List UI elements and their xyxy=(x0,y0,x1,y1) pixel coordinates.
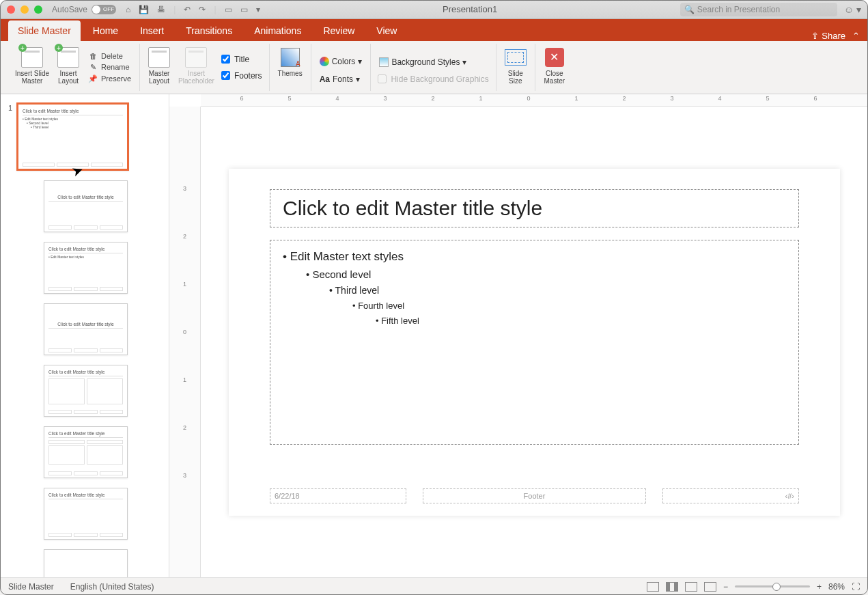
search-placeholder: Search in Presentation xyxy=(697,5,780,14)
window-controls xyxy=(7,5,42,14)
tab-slide-master[interactable]: Slide Master xyxy=(8,20,81,41)
maximize-window-button[interactable] xyxy=(34,5,42,14)
hide-background-checkbox: Hide Background Graphics xyxy=(378,74,488,84)
layout-thumbnail[interactable]: Click to edit Master title style• Edit M… xyxy=(44,242,128,294)
reading-view-icon[interactable] xyxy=(685,582,697,592)
rename-icon: ✎ xyxy=(87,63,98,72)
ribbon: + Insert Slide Master + Insert Layout 🗑D… xyxy=(0,41,868,94)
tab-view[interactable]: View xyxy=(367,20,406,41)
bullet-level-5[interactable]: Fifth level xyxy=(283,314,786,328)
thumb-number: 1 xyxy=(3,102,12,171)
slide-size-button[interactable]: Slide Size xyxy=(503,45,528,86)
fonts-icon: Aa xyxy=(320,74,330,84)
delete-icon: 🗑 xyxy=(87,52,98,60)
master-thumbnail[interactable]: Click to edit Master title style • Edit … xyxy=(16,102,129,171)
slide-number-placeholder[interactable]: ‹#› xyxy=(662,488,799,503)
layout-thumbnail[interactable]: Click to edit Master title style xyxy=(44,426,128,478)
close-icon: ✕ xyxy=(545,48,564,67)
footers-checkbox[interactable]: Footers xyxy=(221,71,262,81)
bullet-level-1[interactable]: Edit Master text styles xyxy=(283,247,786,266)
master-layout-button[interactable]: Master Layout xyxy=(147,45,171,86)
search-input[interactable]: 🔍 Search in Presentation xyxy=(680,3,837,16)
delete-button[interactable]: 🗑Delete xyxy=(86,51,132,61)
status-mode: Slide Master xyxy=(8,582,54,592)
status-bar: Slide Master English (United States) − +… xyxy=(0,577,868,595)
qat-icon-1[interactable]: ▭ xyxy=(225,5,232,14)
quick-access-toolbar: ⌂ 💾 🖶 | ↶ ↷ | ▭ ▭ ▾ xyxy=(126,5,260,14)
fonts-dropdown[interactable]: AaFonts▾ xyxy=(318,74,364,85)
horizontal-ruler[interactable]: 6543210123456 xyxy=(201,94,868,107)
themes-button[interactable]: A Themes xyxy=(277,45,304,79)
title-text[interactable]: Click to edit Master title style xyxy=(283,197,786,220)
autosave-toggle[interactable]: OFF xyxy=(92,5,116,14)
zoom-out-button[interactable]: − xyxy=(723,582,728,592)
autosave-toggle-group: AutoSave OFF xyxy=(52,5,116,14)
insert-layout-button[interactable]: + Insert Layout xyxy=(56,45,81,86)
rename-button[interactable]: ✎Rename xyxy=(86,62,132,72)
layout-thumbnail[interactable]: Click to edit Master title style xyxy=(44,180,128,232)
zoom-level[interactable]: 86% xyxy=(828,582,845,592)
layout-thumbnail[interactable]: Click to edit Master title style xyxy=(44,303,128,355)
title-placeholder[interactable]: Click to edit Master title style xyxy=(270,189,799,227)
user-account-icon[interactable]: ☺ ▾ xyxy=(844,4,861,15)
layout-thumbnail[interactable] xyxy=(44,549,128,577)
bullet-level-4[interactable]: Fourth level xyxy=(283,299,786,313)
document-title: Presentation1 xyxy=(260,4,680,14)
share-button[interactable]: ⇪Share xyxy=(811,31,845,41)
minimize-window-button[interactable] xyxy=(20,5,29,14)
title-checkbox[interactable]: Title xyxy=(221,55,262,64)
insert-slide-master-button[interactable]: + Insert Slide Master xyxy=(14,45,51,86)
layout-thumbnail[interactable]: Click to edit Master title style xyxy=(44,365,128,417)
search-icon: 🔍 xyxy=(684,5,695,14)
close-window-button[interactable] xyxy=(7,5,15,14)
background-icon xyxy=(379,57,389,67)
zoom-in-button[interactable]: + xyxy=(817,582,822,592)
preserve-button[interactable]: 📌Preserve xyxy=(86,74,132,84)
slideshow-icon[interactable] xyxy=(704,582,716,592)
background-styles-dropdown[interactable]: Background Styles▾ xyxy=(378,57,488,68)
redo-icon[interactable]: ↷ xyxy=(199,5,206,14)
slide-canvas[interactable]: Click to edit Master title style Edit Ma… xyxy=(229,169,840,516)
close-master-button[interactable]: ✕ Close Master xyxy=(542,45,567,86)
date-placeholder[interactable]: 6/22/18 xyxy=(270,488,406,503)
slide-sorter-icon[interactable] xyxy=(666,582,678,592)
body-placeholder[interactable]: Edit Master text styles Second level Thi… xyxy=(270,240,799,445)
fit-to-window-icon[interactable]: ⛶ xyxy=(852,582,860,592)
slide-editor: 6543210123456 3210123 Click to edit Mast… xyxy=(169,94,868,577)
colors-icon xyxy=(320,57,329,66)
tab-home[interactable]: Home xyxy=(83,20,128,41)
preserve-icon: 📌 xyxy=(87,74,98,83)
colors-dropdown[interactable]: Colors▾ xyxy=(318,56,364,67)
save-icon[interactable]: 💾 xyxy=(139,5,149,14)
footer-placeholder[interactable]: Footer xyxy=(423,488,646,503)
themes-icon: A xyxy=(279,46,301,68)
layout-thumbnail[interactable]: Click to edit Master title style xyxy=(44,488,128,540)
titlebar: AutoSave OFF ⌂ 💾 🖶 | ↶ ↷ | ▭ ▭ ▾ Present… xyxy=(0,0,868,19)
autosave-label: AutoSave xyxy=(52,5,87,14)
bullet-level-2[interactable]: Second level xyxy=(283,266,786,283)
tab-animations[interactable]: Animations xyxy=(244,20,311,41)
tab-transitions[interactable]: Transitions xyxy=(176,20,242,41)
home-icon[interactable]: ⌂ xyxy=(126,5,130,14)
zoom-slider[interactable] xyxy=(735,585,810,587)
insert-placeholder-button: Insert Placeholder xyxy=(177,45,216,86)
normal-view-icon[interactable] xyxy=(647,582,659,592)
undo-icon[interactable]: ↶ xyxy=(184,5,191,14)
status-language[interactable]: English (United States) xyxy=(70,582,154,592)
print-icon[interactable]: 🖶 xyxy=(157,5,165,14)
share-icon: ⇪ xyxy=(811,31,819,41)
vertical-ruler[interactable]: 3210123 xyxy=(169,107,201,577)
ribbon-tabs: Slide Master Home Insert Transitions Ani… xyxy=(0,19,868,41)
bullet-level-3[interactable]: Third level xyxy=(283,283,786,299)
slide-size-icon xyxy=(505,46,527,68)
tab-insert[interactable]: Insert xyxy=(130,20,173,41)
qat-icon-2[interactable]: ▭ xyxy=(240,5,248,14)
thumbnail-panel[interactable]: 1 Click to edit Master title style • Edi… xyxy=(0,94,169,577)
tab-review[interactable]: Review xyxy=(313,20,364,41)
main-area: 1 Click to edit Master title style • Edi… xyxy=(0,94,868,577)
collapse-ribbon-icon[interactable]: ⌃ xyxy=(852,31,860,41)
